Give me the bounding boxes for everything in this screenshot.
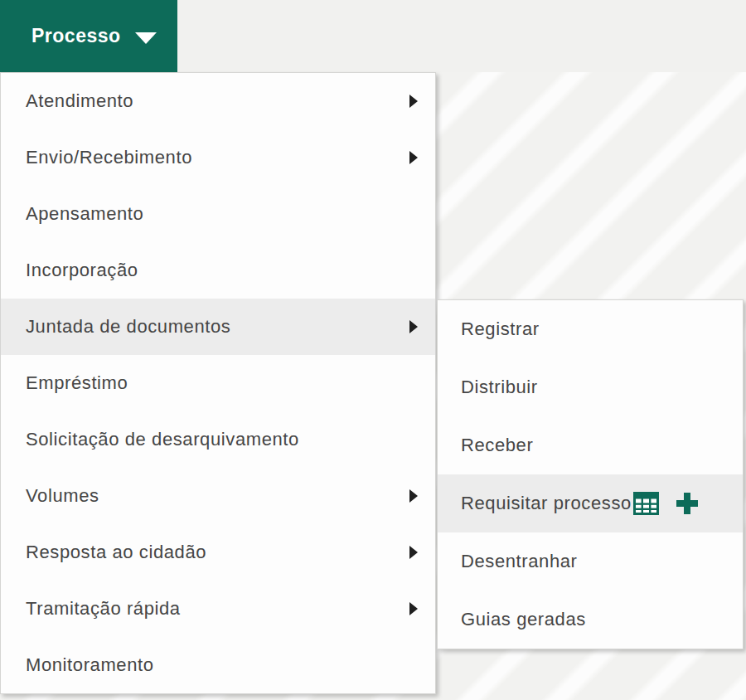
table-icon[interactable] <box>633 492 659 515</box>
menu-item-label: Atendimento <box>26 90 133 112</box>
menu-item-envio-recebimento[interactable]: Envio/Recebimento <box>1 129 435 186</box>
menu-item-label: Envio/Recebimento <box>26 147 192 168</box>
menu-item-incorporacao[interactable]: Incorporação <box>1 242 435 299</box>
juntada-submenu: RegistrarDistribuirReceberRequisitar pro… <box>437 299 744 649</box>
menu-item-juntada-de-documentos[interactable]: Juntada de documentos <box>1 299 435 355</box>
processo-menu-label: Processo <box>31 25 121 47</box>
submenu-item-requisitar-processo[interactable]: Requisitar processo <box>438 474 743 532</box>
menu-item-action-icons <box>632 491 700 516</box>
submenu-arrow-icon <box>409 95 418 108</box>
menu-item-volumes[interactable]: Volumes <box>1 468 435 524</box>
menu-item-label: Incorporação <box>26 260 138 281</box>
processo-menu-button[interactable]: Processo <box>0 0 177 72</box>
menu-item-monitoramento[interactable]: Monitoramento <box>1 637 435 693</box>
menu-item-tramitacao-rapida[interactable]: Tramitação rápida <box>1 581 435 637</box>
menu-item-label: Tramitação rápida <box>26 598 181 620</box>
submenu-item-receber[interactable]: Receber <box>438 416 743 474</box>
menu-item-label: Registrar <box>461 318 540 340</box>
menu-item-label: Empréstimo <box>26 372 128 394</box>
submenu-arrow-icon <box>409 489 418 503</box>
menu-item-label: Requisitar processo <box>461 493 632 514</box>
menu-item-apensamento[interactable]: Apensamento <box>1 186 435 242</box>
submenu-arrow-icon <box>409 602 418 615</box>
menu-item-solicitacao-de-desarquivamento[interactable]: Solicitação de desarquivamento <box>1 411 435 468</box>
plus-icon[interactable] <box>675 491 700 516</box>
submenu-arrow-icon <box>409 546 418 559</box>
processo-dropdown-menu: AtendimentoEnvio/RecebimentoApensamentoI… <box>0 72 436 694</box>
menu-item-label: Solicitação de desarquivamento <box>26 429 299 450</box>
menu-item-label: Resposta ao cidadão <box>26 542 206 563</box>
menu-item-label: Juntada de documentos <box>26 316 230 338</box>
submenu-arrow-icon <box>409 320 418 333</box>
submenu-item-guias-geradas[interactable]: Guias geradas <box>438 591 743 649</box>
menu-item-resposta-ao-cidadao[interactable]: Resposta ao cidadão <box>1 524 435 581</box>
submenu-item-distribuir[interactable]: Distribuir <box>438 358 743 416</box>
menu-item-label: Guias geradas <box>461 609 586 630</box>
caret-down-icon <box>135 32 157 44</box>
menu-item-label: Monitoramento <box>26 654 154 676</box>
submenu-arrow-icon <box>409 151 418 164</box>
menu-item-label: Volumes <box>26 485 99 507</box>
menu-item-label: Distribuir <box>461 377 538 398</box>
menu-item-label: Apensamento <box>26 203 143 225</box>
submenu-item-registrar[interactable]: Registrar <box>438 300 743 358</box>
menu-item-label: Desentranhar <box>461 551 578 572</box>
submenu-item-desentranhar[interactable]: Desentranhar <box>438 532 743 591</box>
menu-item-label: Receber <box>461 435 533 456</box>
menu-item-emprestimo[interactable]: Empréstimo <box>1 355 435 411</box>
menu-item-atendimento[interactable]: Atendimento <box>1 73 435 129</box>
